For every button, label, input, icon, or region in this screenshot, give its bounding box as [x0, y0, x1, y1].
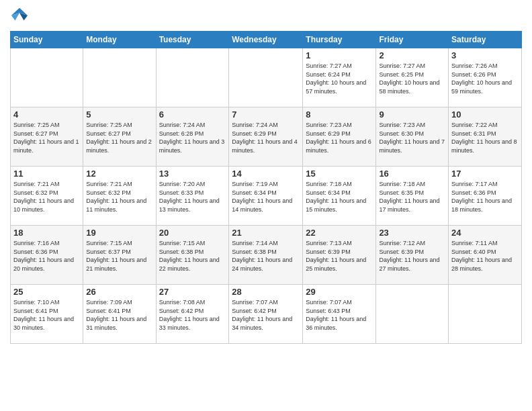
- day-info: Sunrise: 7:08 AM Sunset: 6:42 PM Dayligh…: [159, 298, 226, 332]
- day-number: 2: [379, 50, 445, 60]
- day-info: Sunrise: 7:18 AM Sunset: 6:34 PM Dayligh…: [306, 180, 373, 214]
- day-number: 15: [306, 169, 373, 179]
- day-info: Sunrise: 7:23 AM Sunset: 6:30 PM Dayligh…: [379, 121, 445, 154]
- day-number: 12: [86, 169, 152, 179]
- calendar-col-header: Wednesday: [229, 32, 303, 48]
- header: [10, 7, 522, 26]
- day-info: Sunrise: 7:25 AM Sunset: 6:27 PM Dayligh…: [13, 121, 80, 154]
- calendar-cell: [11, 48, 83, 107]
- calendar-cell: 16Sunrise: 7:18 AM Sunset: 6:35 PM Dayli…: [376, 167, 449, 226]
- day-info: Sunrise: 7:17 AM Sunset: 6:36 PM Dayligh…: [451, 180, 519, 214]
- day-number: 8: [306, 109, 373, 120]
- calendar-col-header: Friday: [376, 32, 449, 48]
- day-info: Sunrise: 7:07 AM Sunset: 6:43 PM Dayligh…: [306, 298, 373, 332]
- calendar-week-row: 18Sunrise: 7:16 AM Sunset: 6:36 PM Dayli…: [11, 226, 522, 285]
- calendar-cell: 25Sunrise: 7:10 AM Sunset: 6:41 PM Dayli…: [11, 285, 83, 344]
- day-info: Sunrise: 7:24 AM Sunset: 6:29 PM Dayligh…: [232, 121, 300, 154]
- calendar-cell: [449, 285, 522, 344]
- calendar-cell: [376, 285, 449, 344]
- day-number: 4: [13, 109, 80, 120]
- day-info: Sunrise: 7:21 AM Sunset: 6:32 PM Dayligh…: [13, 180, 80, 214]
- calendar-col-header: Thursday: [303, 32, 376, 48]
- calendar-cell: 21Sunrise: 7:14 AM Sunset: 6:38 PM Dayli…: [229, 226, 303, 285]
- calendar-cell: 28Sunrise: 7:07 AM Sunset: 6:42 PM Dayli…: [229, 285, 303, 344]
- logo-icon: [10, 7, 29, 26]
- calendar-week-row: 4Sunrise: 7:25 AM Sunset: 6:27 PM Daylig…: [11, 107, 522, 167]
- day-info: Sunrise: 7:18 AM Sunset: 6:35 PM Dayligh…: [379, 180, 445, 214]
- day-info: Sunrise: 7:25 AM Sunset: 6:27 PM Dayligh…: [86, 121, 152, 154]
- day-info: Sunrise: 7:24 AM Sunset: 6:28 PM Dayligh…: [159, 121, 226, 154]
- calendar-cell: 13Sunrise: 7:20 AM Sunset: 6:33 PM Dayli…: [156, 167, 229, 226]
- day-info: Sunrise: 7:15 AM Sunset: 6:38 PM Dayligh…: [159, 239, 226, 273]
- day-info: Sunrise: 7:21 AM Sunset: 6:32 PM Dayligh…: [86, 180, 152, 214]
- day-info: Sunrise: 7:07 AM Sunset: 6:42 PM Dayligh…: [232, 298, 300, 332]
- day-info: Sunrise: 7:12 AM Sunset: 6:39 PM Dayligh…: [379, 239, 445, 273]
- calendar-cell: 5Sunrise: 7:25 AM Sunset: 6:27 PM Daylig…: [83, 107, 156, 167]
- day-number: 17: [451, 169, 519, 179]
- calendar-cell: 29Sunrise: 7:07 AM Sunset: 6:43 PM Dayli…: [303, 285, 376, 344]
- calendar-cell: 7Sunrise: 7:24 AM Sunset: 6:29 PM Daylig…: [229, 107, 303, 167]
- logo: [10, 7, 32, 26]
- calendar-cell: 17Sunrise: 7:17 AM Sunset: 6:36 PM Dayli…: [449, 167, 522, 226]
- day-info: Sunrise: 7:19 AM Sunset: 6:34 PM Dayligh…: [232, 180, 300, 214]
- day-info: Sunrise: 7:23 AM Sunset: 6:29 PM Dayligh…: [306, 121, 373, 154]
- calendar-cell: 24Sunrise: 7:11 AM Sunset: 6:40 PM Dayli…: [449, 226, 522, 285]
- day-number: 16: [379, 169, 445, 179]
- day-info: Sunrise: 7:27 AM Sunset: 6:24 PM Dayligh…: [306, 62, 373, 95]
- calendar-col-header: Sunday: [11, 32, 83, 48]
- calendar-col-header: Saturday: [449, 32, 522, 48]
- calendar-col-header: Monday: [83, 32, 156, 48]
- calendar-cell: 10Sunrise: 7:22 AM Sunset: 6:31 PM Dayli…: [449, 107, 522, 167]
- day-number: 1: [306, 50, 373, 60]
- calendar-col-header: Tuesday: [156, 32, 229, 48]
- calendar-week-row: 11Sunrise: 7:21 AM Sunset: 6:32 PM Dayli…: [11, 167, 522, 226]
- day-number: 7: [232, 109, 300, 120]
- calendar-cell: 2Sunrise: 7:27 AM Sunset: 6:25 PM Daylig…: [376, 48, 449, 107]
- day-info: Sunrise: 7:27 AM Sunset: 6:25 PM Dayligh…: [379, 62, 445, 95]
- day-info: Sunrise: 7:10 AM Sunset: 6:41 PM Dayligh…: [13, 298, 80, 332]
- day-number: 27: [159, 287, 226, 297]
- calendar-week-row: 25Sunrise: 7:10 AM Sunset: 6:41 PM Dayli…: [11, 285, 522, 344]
- day-number: 19: [86, 228, 152, 238]
- day-info: Sunrise: 7:20 AM Sunset: 6:33 PM Dayligh…: [159, 180, 226, 214]
- day-info: Sunrise: 7:22 AM Sunset: 6:31 PM Dayligh…: [451, 121, 519, 154]
- day-number: 24: [451, 228, 519, 238]
- day-info: Sunrise: 7:09 AM Sunset: 6:41 PM Dayligh…: [86, 298, 152, 332]
- day-info: Sunrise: 7:14 AM Sunset: 6:38 PM Dayligh…: [232, 239, 300, 273]
- calendar-cell: 18Sunrise: 7:16 AM Sunset: 6:36 PM Dayli…: [11, 226, 83, 285]
- calendar-cell: [83, 48, 156, 107]
- day-number: 21: [232, 228, 300, 238]
- day-number: 25: [13, 287, 80, 297]
- day-number: 22: [306, 228, 373, 238]
- day-number: 6: [159, 109, 226, 120]
- day-number: 14: [232, 169, 300, 179]
- calendar-cell: 19Sunrise: 7:15 AM Sunset: 6:37 PM Dayli…: [83, 226, 156, 285]
- calendar-cell: 8Sunrise: 7:23 AM Sunset: 6:29 PM Daylig…: [303, 107, 376, 167]
- calendar-cell: 6Sunrise: 7:24 AM Sunset: 6:28 PM Daylig…: [156, 107, 229, 167]
- day-number: 11: [13, 169, 80, 179]
- day-info: Sunrise: 7:15 AM Sunset: 6:37 PM Dayligh…: [86, 239, 152, 273]
- day-number: 3: [451, 50, 519, 60]
- page: SundayMondayTuesdayWednesdayThursdayFrid…: [0, 0, 532, 411]
- calendar-cell: 9Sunrise: 7:23 AM Sunset: 6:30 PM Daylig…: [376, 107, 449, 167]
- day-number: 23: [379, 228, 445, 238]
- calendar-cell: 20Sunrise: 7:15 AM Sunset: 6:38 PM Dayli…: [156, 226, 229, 285]
- day-info: Sunrise: 7:26 AM Sunset: 6:26 PM Dayligh…: [451, 62, 519, 95]
- day-number: 13: [159, 169, 226, 179]
- calendar-cell: [156, 48, 229, 107]
- calendar-cell: 23Sunrise: 7:12 AM Sunset: 6:39 PM Dayli…: [376, 226, 449, 285]
- day-number: 9: [379, 109, 445, 120]
- day-info: Sunrise: 7:11 AM Sunset: 6:40 PM Dayligh…: [451, 239, 519, 273]
- calendar-cell: 22Sunrise: 7:13 AM Sunset: 6:39 PM Dayli…: [303, 226, 376, 285]
- calendar-cell: 26Sunrise: 7:09 AM Sunset: 6:41 PM Dayli…: [83, 285, 156, 344]
- calendar-week-row: 1Sunrise: 7:27 AM Sunset: 6:24 PM Daylig…: [11, 48, 522, 107]
- day-number: 18: [13, 228, 80, 238]
- day-info: Sunrise: 7:13 AM Sunset: 6:39 PM Dayligh…: [306, 239, 373, 273]
- calendar-cell: 15Sunrise: 7:18 AM Sunset: 6:34 PM Dayli…: [303, 167, 376, 226]
- day-number: 5: [86, 109, 152, 120]
- day-number: 29: [306, 287, 373, 297]
- calendar-cell: 12Sunrise: 7:21 AM Sunset: 6:32 PM Dayli…: [83, 167, 156, 226]
- calendar-cell: 4Sunrise: 7:25 AM Sunset: 6:27 PM Daylig…: [11, 107, 83, 167]
- calendar-cell: 3Sunrise: 7:26 AM Sunset: 6:26 PM Daylig…: [449, 48, 522, 107]
- calendar-table: SundayMondayTuesdayWednesdayThursdayFrid…: [10, 31, 522, 344]
